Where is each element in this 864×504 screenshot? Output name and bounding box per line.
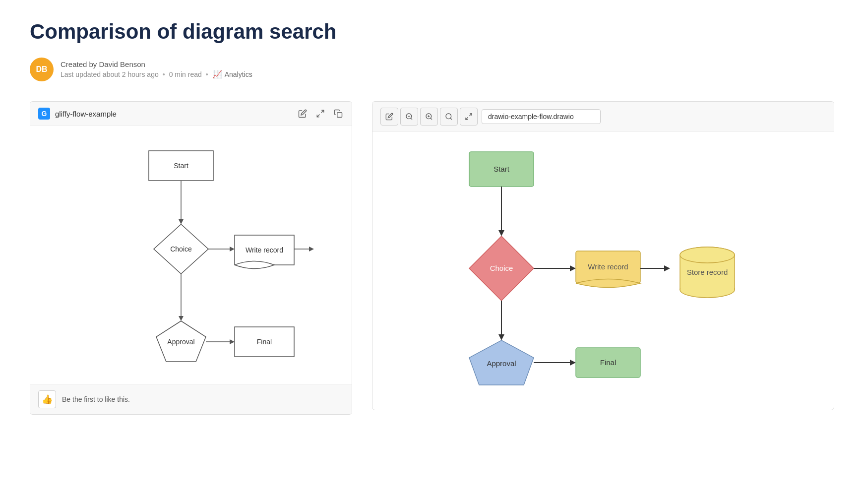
svg-text:Start: Start [494,165,510,173]
svg-marker-62 [570,360,576,366]
like-text: Be the first to like this. [62,395,130,403]
svg-text:Final: Final [257,338,272,346]
separator2: • [206,70,208,78]
svg-text:Approval: Approval [167,338,194,346]
left-diagram-panel: G gliffy-flow-example [30,101,352,415]
right-filename: drawio-example-flow.drawio [482,109,601,124]
svg-line-32 [431,118,432,120]
svg-text:Write record: Write record [246,246,283,254]
svg-line-1 [317,115,319,117]
left-copy-button[interactable] [333,108,344,119]
svg-text:Store record: Store record [687,268,728,276]
svg-line-38 [466,117,468,120]
svg-marker-14 [309,247,314,252]
svg-line-36 [450,118,452,120]
drawio-zoom-out-button[interactable] [400,108,418,126]
left-panel-actions [297,108,344,119]
drawio-toolbar [380,108,478,126]
svg-text:Start: Start [174,162,188,170]
right-panel-header: drawio-example-flow.drawio [372,102,834,132]
left-diagram-canvas: Start Choice Write record [30,126,352,384]
svg-point-55 [680,247,735,263]
right-diagram-canvas: Start Choice Write record [372,132,834,410]
svg-marker-21 [179,316,184,321]
svg-line-0 [321,110,324,113]
svg-marker-10 [230,247,235,252]
left-edit-button[interactable] [297,108,308,119]
drawio-search-button[interactable] [440,108,458,126]
left-expand-button[interactable] [315,108,326,119]
svg-text:Choice: Choice [490,264,513,272]
svg-text:Approval: Approval [487,359,516,368]
left-panel-footer: 👍 Be the first to like this. [30,384,352,414]
author-meta: Created by David Benson Last updated abo… [61,60,252,79]
svg-text:Final: Final [600,358,617,367]
svg-marker-50 [664,265,670,271]
drawio-edit-button[interactable] [380,108,398,126]
svg-line-29 [411,118,412,120]
svg-rect-2 [337,113,342,118]
analytics-label: Analytics [225,70,252,78]
page-title: Comparison of diagram search [30,20,834,44]
meta-line: Last updated about 2 hours ago • 0 min r… [61,69,252,79]
gliffy-icon: G [38,108,50,120]
diagrams-row: G gliffy-flow-example [30,101,834,415]
analytics-icon: 📈 [212,69,222,79]
like-button[interactable]: 👍 [38,390,56,408]
drawio-zoom-in-button[interactable] [420,108,438,126]
svg-marker-46 [570,265,576,271]
left-panel-header: G gliffy-flow-example [30,102,352,126]
left-filename: gliffy-flow-example [55,110,117,118]
svg-line-37 [469,114,472,116]
left-panel-header-left: G gliffy-flow-example [38,108,117,120]
svg-point-35 [446,114,451,119]
svg-text:Write record: Write record [588,262,628,271]
svg-marker-6 [179,219,184,224]
svg-marker-58 [498,334,504,340]
read-time: 0 min read [169,70,202,78]
svg-marker-25 [230,339,235,344]
svg-text:Choice: Choice [170,245,192,253]
drawio-expand-button[interactable] [460,108,478,126]
analytics-link[interactable]: 📈 Analytics [212,69,252,79]
svg-marker-42 [498,230,504,236]
drawio-header: drawio-example-flow.drawio [380,108,601,126]
updated-text: Last updated about 2 hours ago [61,70,159,78]
author-section: DB Created by David Benson Last updated … [30,58,834,81]
right-diagram-panel: drawio-example-flow.drawio Start Choice [372,101,834,410]
avatar: DB [30,58,54,81]
author-name: Created by David Benson [61,60,252,68]
separator1: • [163,70,165,78]
